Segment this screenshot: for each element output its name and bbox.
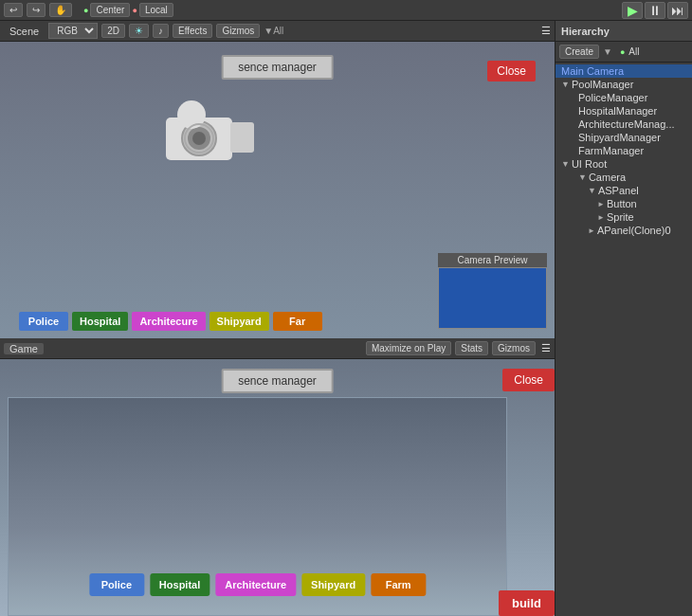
all-label-scene: ▼All <box>264 26 283 36</box>
tree-item-ui-root[interactable]: ▼ UI Root <box>555 157 692 171</box>
step-button[interactable]: ⏭ <box>667 2 688 19</box>
scene-settings-icon[interactable]: ☰ <box>541 25 551 37</box>
tree-item-hospital-manager[interactable]: HospitalManager <box>555 104 692 118</box>
tree-item-label: Main Camera <box>561 65 624 77</box>
game-view: Game Maximize on Play Stats Gizmos ☰ sen… <box>0 338 555 616</box>
scene-toolbar: Scene RGB 2D ☀ ♪ Effects Gizmos ▼All ☰ <box>0 21 555 42</box>
hierarchy-title: Hierarchy <box>561 26 610 37</box>
tree-item-label: ShipyardManager <box>578 132 661 143</box>
close-scene-button[interactable]: Close <box>487 61 536 82</box>
game-panel: Police Hospital Architecture Shipyard Fa… <box>8 397 507 616</box>
tree-item-farm-manager[interactable]: FarmManager <box>555 144 692 157</box>
center-button[interactable]: Center <box>90 3 130 17</box>
tree-item-button[interactable]: ► Button <box>555 197 692 210</box>
apanel-dot: ► <box>588 226 595 235</box>
tree-item-label: Button <box>607 198 637 209</box>
game-toolbar: Game Maximize on Play Stats Gizmos ☰ <box>0 338 555 359</box>
local-button[interactable]: Local <box>139 3 173 17</box>
aspanel-arrow: ▼ <box>588 186 596 195</box>
gizmos-game-button[interactable]: Gizmos <box>492 341 536 355</box>
pool-manager-arrow: ▼ <box>561 80 570 89</box>
pause-button[interactable]: ⏸ <box>645 2 665 19</box>
tree-item-label: HospitalManager <box>578 105 657 117</box>
tree-item-main-camera[interactable]: Main Camera <box>555 64 692 78</box>
camera-preview-label: Camera Preview <box>438 253 547 267</box>
tree-item-police-manager[interactable]: PoliceManager <box>555 91 692 104</box>
sprite-dot: ► <box>597 213 605 222</box>
tree-item-label: Camera <box>589 172 626 183</box>
play-controls: ▶ ⏸ ⏭ <box>622 2 688 19</box>
camera-icon <box>147 94 261 170</box>
maximize-on-play-button[interactable]: Maximize on Play <box>366 341 451 355</box>
shipyard-scene-button[interactable]: Shipyard <box>209 312 269 331</box>
close-game-button[interactable]: Close <box>502 369 555 391</box>
camera-arrow: ▼ <box>578 172 587 182</box>
tree-item-label: ArchitectureManag... <box>578 118 675 130</box>
lighting-button[interactable]: ☀ <box>129 24 149 38</box>
tree-item-label: UI Root <box>572 158 607 170</box>
police-game-button[interactable]: Police <box>89 573 144 596</box>
sence-manager-game-button[interactable]: sence manager <box>221 369 334 393</box>
farm-game-button[interactable]: Farm <box>371 573 426 596</box>
tree-item-label: FarmManager <box>578 145 644 156</box>
hospital-game-button[interactable]: Hospital <box>150 573 209 596</box>
all-label-hierarchy: All <box>628 46 639 57</box>
farm-scene-button[interactable]: Far <box>273 312 322 331</box>
hand-button[interactable]: ✋ <box>49 3 72 17</box>
sence-manager-scene-button[interactable]: sence manager <box>221 55 334 80</box>
tree-item-camera[interactable]: ▼ Camera <box>555 171 692 184</box>
tree-item-shipyard-manager[interactable]: ShipyardManager <box>555 131 692 144</box>
shipyard-game-button[interactable]: Shipyard <box>301 573 365 596</box>
undo-button[interactable]: ↩ <box>4 3 23 17</box>
svg-rect-5 <box>230 122 254 153</box>
camera-preview-panel: Camera Preview <box>438 253 547 329</box>
play-button[interactable]: ▶ <box>622 2 643 19</box>
game-content: sence manager Police Hospital Architectu… <box>0 359 555 616</box>
hierarchy-toolbar: Create ▼ ● All <box>555 42 692 63</box>
police-scene-button[interactable]: Police <box>19 312 68 331</box>
tree-item-architecture-manager[interactable]: ArchitectureManag... <box>555 118 692 131</box>
camera-preview-screen <box>438 267 547 329</box>
tree-item-sprite[interactable]: ► Sprite <box>555 210 692 224</box>
top-toolbar: ↩ ↪ ✋ ● Center ● Local ▶ ⏸ ⏭ <box>0 0 692 21</box>
scene-buttons: Police Hospital Architecure Shipyard Far <box>19 312 322 331</box>
architecture-scene-button[interactable]: Architecure <box>132 312 205 331</box>
create-button[interactable]: Create <box>559 45 599 59</box>
architecture-game-button[interactable]: Architecture <box>215 573 296 596</box>
tree-item-label: PoliceManager <box>578 92 647 103</box>
scene-content: sence manager Close <box>0 42 555 338</box>
tree-item-label: APanel(Clone)0 <box>597 225 671 236</box>
build-button[interactable]: build <box>499 590 555 616</box>
button-dot: ► <box>597 200 605 208</box>
tree-item-label: Sprite <box>607 211 634 223</box>
stats-button[interactable]: Stats <box>455 341 488 355</box>
game-tab-label: Game <box>4 343 44 354</box>
hierarchy-tree: Main Camera ▼ PoolManager PoliceManager … <box>555 63 692 616</box>
scene-view: Scene RGB 2D ☀ ♪ Effects Gizmos ▼All ☰ s… <box>0 21 555 338</box>
game-buttons: Police Hospital Architecture Shipyard Fa… <box>89 573 426 596</box>
tree-item-label: ASPanel <box>598 185 639 196</box>
redo-button[interactable]: ↪ <box>27 3 46 17</box>
svg-point-3 <box>192 132 206 145</box>
effects-button[interactable]: Effects <box>173 24 212 38</box>
hierarchy-header: Hierarchy <box>555 21 692 42</box>
ui-root-arrow: ▼ <box>561 159 570 169</box>
game-settings-icon[interactable]: ☰ <box>541 342 551 354</box>
scene-tab-label: Scene <box>4 26 45 37</box>
rgb-select[interactable]: RGB <box>48 23 98 39</box>
audio-button[interactable]: ♪ <box>153 24 169 38</box>
hierarchy-panel: Hierarchy Create ▼ ● All Main Camera ▼ P… <box>555 21 692 616</box>
transform-controls: ● Center ● Local <box>83 3 173 17</box>
tree-item-label: PoolManager <box>572 79 633 90</box>
left-panel: Scene RGB 2D ☀ ♪ Effects Gizmos ▼All ☰ s… <box>0 21 555 616</box>
2d-button[interactable]: 2D <box>101 24 125 38</box>
hospital-scene-button[interactable]: Hospital <box>72 312 128 331</box>
gizmos-scene-button[interactable]: Gizmos <box>216 24 260 38</box>
main-area: Scene RGB 2D ☀ ♪ Effects Gizmos ▼All ☰ s… <box>0 21 692 616</box>
tree-item-aspanel[interactable]: ▼ ASPanel <box>555 184 692 197</box>
tree-item-pool-manager[interactable]: ▼ PoolManager <box>555 78 692 91</box>
tree-item-apanel-clone[interactable]: ► APanel(Clone)0 <box>555 224 692 237</box>
